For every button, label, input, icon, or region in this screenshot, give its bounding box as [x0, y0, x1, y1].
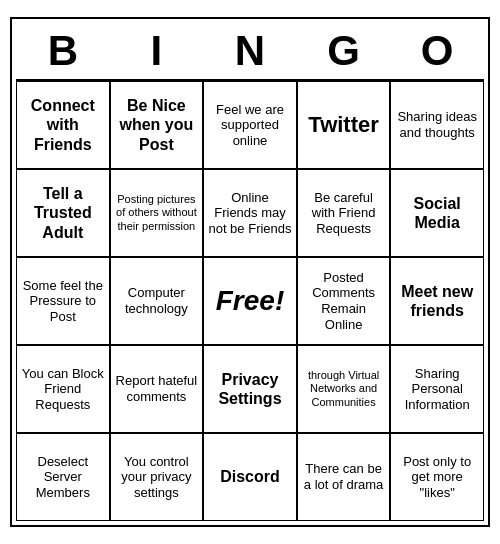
cell-text-5: Tell a Trusted Adult	[21, 184, 105, 242]
bingo-cell-20[interactable]: Deselect Server Members	[16, 433, 110, 521]
bingo-cell-24[interactable]: Post only to get more "likes"	[390, 433, 484, 521]
bingo-cell-7[interactable]: Online Friends may not be Friends	[203, 169, 297, 257]
cell-text-24: Post only to get more "likes"	[395, 454, 479, 501]
cell-text-2: Feel we are supported online	[208, 102, 292, 149]
cell-text-1: Be Nice when you Post	[115, 96, 199, 154]
bingo-cell-1[interactable]: Be Nice when you Post	[110, 81, 204, 169]
cell-text-17: Privacy Settings	[208, 370, 292, 408]
bingo-cell-21[interactable]: You control your privacy settings	[110, 433, 204, 521]
bingo-cell-4[interactable]: Sharing ideas and thoughts	[390, 81, 484, 169]
cell-text-23: There can be a lot of drama	[302, 461, 386, 492]
bingo-cell-9[interactable]: Social Media	[390, 169, 484, 257]
bingo-cell-6[interactable]: Posting pictures of others without their…	[110, 169, 204, 257]
cell-text-18: through Virtual Networks and Communities	[302, 369, 386, 409]
cell-text-0: Connect with Friends	[21, 96, 105, 154]
cell-text-14: Meet new friends	[395, 282, 479, 320]
cell-text-4: Sharing ideas and thoughts	[395, 109, 479, 140]
bingo-cell-13[interactable]: Posted Comments Remain Online	[297, 257, 391, 345]
letter-o: O	[393, 27, 481, 75]
cell-text-20: Deselect Server Members	[21, 454, 105, 501]
letter-i: I	[112, 27, 200, 75]
cell-text-9: Social Media	[395, 194, 479, 232]
bingo-cell-10[interactable]: Some feel the Pressure to Post	[16, 257, 110, 345]
cell-text-12: Free!	[216, 284, 284, 318]
cell-text-21: You control your privacy settings	[115, 454, 199, 501]
cell-text-10: Some feel the Pressure to Post	[21, 278, 105, 325]
bingo-cell-8[interactable]: Be careful with Friend Requests	[297, 169, 391, 257]
bingo-cell-15[interactable]: You can Block Friend Requests	[16, 345, 110, 433]
bingo-cell-22[interactable]: Discord	[203, 433, 297, 521]
bingo-cell-16[interactable]: Report hateful comments	[110, 345, 204, 433]
bingo-grid: Connect with FriendsBe Nice when you Pos…	[16, 79, 484, 521]
cell-text-7: Online Friends may not be Friends	[208, 190, 292, 237]
letter-n: N	[206, 27, 294, 75]
cell-text-16: Report hateful comments	[115, 373, 199, 404]
cell-text-8: Be careful with Friend Requests	[302, 190, 386, 237]
cell-text-19: Sharing Personal Information	[395, 366, 479, 413]
bingo-header: B I N G O	[16, 23, 484, 79]
bingo-card: B I N G O Connect with FriendsBe Nice wh…	[10, 17, 490, 527]
bingo-cell-12[interactable]: Free!	[203, 257, 297, 345]
bingo-cell-11[interactable]: Computer technology	[110, 257, 204, 345]
bingo-cell-2[interactable]: Feel we are supported online	[203, 81, 297, 169]
letter-b: B	[19, 27, 107, 75]
cell-text-22: Discord	[220, 467, 280, 486]
bingo-cell-18[interactable]: through Virtual Networks and Communities	[297, 345, 391, 433]
bingo-cell-3[interactable]: Twitter	[297, 81, 391, 169]
bingo-cell-5[interactable]: Tell a Trusted Adult	[16, 169, 110, 257]
cell-text-13: Posted Comments Remain Online	[302, 270, 386, 332]
cell-text-6: Posting pictures of others without their…	[115, 193, 199, 233]
bingo-cell-23[interactable]: There can be a lot of drama	[297, 433, 391, 521]
cell-text-3: Twitter	[308, 112, 378, 138]
cell-text-15: You can Block Friend Requests	[21, 366, 105, 413]
bingo-cell-14[interactable]: Meet new friends	[390, 257, 484, 345]
bingo-cell-17[interactable]: Privacy Settings	[203, 345, 297, 433]
bingo-cell-0[interactable]: Connect with Friends	[16, 81, 110, 169]
bingo-cell-19[interactable]: Sharing Personal Information	[390, 345, 484, 433]
cell-text-11: Computer technology	[115, 285, 199, 316]
letter-g: G	[300, 27, 388, 75]
